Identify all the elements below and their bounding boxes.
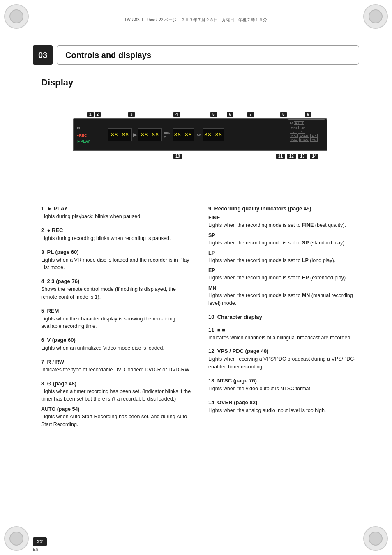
item-11: 11 ■ ■ Indicates which channels of a bil… xyxy=(208,327,359,342)
dvr-right-panel: ⊙ AUTO FINE SP L R VPS OVER EP xyxy=(288,119,325,150)
item-6-title: 6 V (page 60) xyxy=(41,337,192,343)
chapter-badge: 03 xyxy=(33,45,53,65)
dvr-digits-area: 88:88 ▶ 88:88 REM V 88:88 RW 88:88 xyxy=(106,128,288,141)
over-ind: OVER xyxy=(299,134,309,138)
ind-row-quality3: PDC NTSC MN xyxy=(290,138,323,142)
page-number: 22 xyxy=(33,537,47,546)
ntsc-ind: NTSC xyxy=(299,138,309,142)
label-3: 3 xyxy=(128,111,135,117)
item-1: 1 ► PLAY Lights during playback; blinks … xyxy=(41,205,192,221)
item-8-body: Lights when a timer recording has been s… xyxy=(41,388,192,403)
item-9-sp: SP Lights when the recording mode is set… xyxy=(208,233,359,247)
item-8-auto: AUTO (page 54) Lights when Auto Start Re… xyxy=(41,406,192,428)
item-13: 13 NTSC (page 76) Lights when the video … xyxy=(208,378,359,393)
item-8: 8 ⊙ (page 48) Lights when a timer record… xyxy=(41,380,192,428)
item-10: 10 Character display xyxy=(208,314,359,320)
dvr-pl-label: PL xyxy=(77,127,106,130)
col-left: 1 ► PLAY Lights during playback; blinks … xyxy=(41,205,192,435)
item-9-mn-body: Lights when the recording mode is set to… xyxy=(208,292,359,307)
dvr-panel-container: PL ●REC ►PLAY 88:88 ▶ 88:88 REM V 88:88 … xyxy=(65,118,336,160)
dvr-rec-indicator: ●REC xyxy=(77,134,106,138)
item-8-title: 8 ⊙ (page 48) xyxy=(41,380,192,387)
seg-time1: 88:88 xyxy=(108,128,132,141)
pdc-ind: PDC xyxy=(290,138,298,142)
item-12-title: 12 VPS / PDC (page 48) xyxy=(208,348,359,354)
item-4: 4 2 3 (page 76) Shows the remote control… xyxy=(41,278,192,301)
seg-time2: 88:88 xyxy=(138,128,162,141)
item-3: 3 PL (page 60) Lights when a VR mode dis… xyxy=(41,249,192,272)
item-13-body: Lights when the video output is NTSC for… xyxy=(208,385,359,393)
ind-row-timer: ⊙ AUTO xyxy=(290,121,323,125)
item-14: 14 OVER (page 82) Lights when the analog… xyxy=(208,399,359,415)
corner-decoration-tl xyxy=(4,4,29,29)
item-9-mn-title: MN xyxy=(208,285,359,291)
item-1-body: Lights during playback; blinks when paus… xyxy=(41,213,192,221)
item-9-ep: EP Lights when the recording mode is set… xyxy=(208,267,359,282)
rem-label: REM xyxy=(164,132,171,135)
display-section: Display 12 3 4 5 6 7 8 9 PL ●REC ►PLAY xyxy=(41,77,359,160)
item-6-body: Lights when an unfinalized Video mode di… xyxy=(41,344,192,352)
item-9-lp-body: Lights when the recording mode is set to… xyxy=(208,257,359,265)
vps-ind: VPS xyxy=(290,134,298,138)
content-area: 1 ► PLAY Lights during playback; blinks … xyxy=(41,205,359,435)
dvr-diagram: 12 3 4 5 6 7 8 9 PL ●REC ►PLAY 88:88 ▶ xyxy=(65,111,336,160)
item-3-body: Lights when a VR mode disc is loaded and… xyxy=(41,256,192,272)
item-14-body: Lights when the analog audio input level… xyxy=(208,407,359,415)
item-5: 5 REM Lights when the character display … xyxy=(41,308,192,331)
item-9-fine: FINE Lights when the recording mode is s… xyxy=(208,215,359,229)
item-5-title: 5 REM xyxy=(41,308,192,314)
item-9-sp-title: SP xyxy=(208,233,359,238)
dvr-play-indicator: ►PLAY xyxy=(77,139,106,143)
dvr-rw-labels: RW xyxy=(196,134,201,136)
title-bar: Controls and displays xyxy=(57,45,359,65)
label-1: 12 xyxy=(87,111,101,117)
dvr-panel: PL ●REC ►PLAY 88:88 ▶ 88:88 REM V 88:88 … xyxy=(73,118,327,151)
item-7-title: 7 R / RW xyxy=(41,359,192,365)
bottom-labels: 10 11 12 13 14 xyxy=(75,153,325,160)
label-6: 6 xyxy=(227,111,233,117)
header-meta: DVR-03_EU.book 22 ページ ２０３年７月２８日 月曜日 午後７時… xyxy=(33,17,359,23)
ind-row-quality2: VPS OVER EP xyxy=(290,134,323,138)
label-7: 7 xyxy=(247,111,254,117)
col-right: 9 Recording quality indicators (page 45)… xyxy=(208,205,359,435)
item-2-title: 2 ● REC xyxy=(41,227,192,233)
page-lang: En xyxy=(33,547,38,552)
item-13-title: 13 NTSC (page 76) xyxy=(208,378,359,384)
item-14-title: 14 OVER (page 82) xyxy=(208,399,359,405)
item-4-body: Shows the remote control mode (if nothin… xyxy=(41,286,192,301)
v-label: V xyxy=(164,135,171,138)
item-9-fine-title: FINE xyxy=(208,215,359,221)
label-8: 8 xyxy=(280,111,287,117)
label-11-12-13-14: 11 12 13 14 xyxy=(276,153,318,159)
corner-decoration-tr xyxy=(363,4,388,29)
item-2: 2 ● REC Lights during recording; blinks … xyxy=(41,227,192,242)
item-5-body: Lights when the character display is sho… xyxy=(41,315,192,331)
item-12-body: Lights when receiving a VPS/PDC broadcas… xyxy=(208,355,359,371)
item-9: 9 Recording quality indicators (page 45)… xyxy=(208,205,359,307)
ind-row-bilingual: L R xyxy=(290,130,323,134)
item-11-body: Indicates which channels of a bilingual … xyxy=(208,334,359,342)
label-4: 4 xyxy=(173,111,180,117)
seg-time3: 88:88 xyxy=(173,128,194,141)
timer-icon: ⊙ xyxy=(290,121,293,125)
item-1-title: 1 ► PLAY xyxy=(41,205,192,212)
item-9-fine-body: Lights when the recording mode is set to… xyxy=(208,221,359,229)
ep-ind: EP xyxy=(310,134,318,138)
item-4-title: 4 2 3 (page 76) xyxy=(41,278,192,284)
corner-decoration-br xyxy=(363,526,388,551)
item-9-mn: MN Lights when the recording mode is set… xyxy=(208,285,359,307)
l-ind: L xyxy=(290,130,297,134)
item-9-lp: LP Lights when the recording mode is set… xyxy=(208,250,359,265)
rw-label: RW xyxy=(196,134,201,136)
item-3-title: 3 PL (page 60) xyxy=(41,249,192,255)
seg-time4: 88:88 xyxy=(203,128,224,141)
mn-ind: MN xyxy=(310,138,318,142)
item-2-body: Lights during recording; blinks when rec… xyxy=(41,235,192,242)
dvr-side-labels: REM V xyxy=(164,132,171,138)
item-9-lp-title: LP xyxy=(208,250,359,256)
item-8-auto-body: Lights when Auto Start Recording has bee… xyxy=(41,413,192,428)
label-9: 9 xyxy=(305,111,311,117)
item-7: 7 R / RW Indicates the type of recordabl… xyxy=(41,359,192,374)
ind-row-quality1: FINE SP xyxy=(290,126,323,129)
item-9-title: 9 Recording quality indicators (page 45) xyxy=(208,205,359,212)
